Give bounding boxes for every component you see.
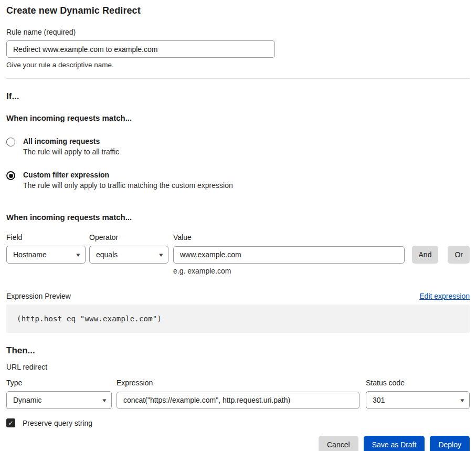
value-input[interactable]: [173, 246, 405, 264]
checkmark-icon: ✓: [8, 419, 13, 427]
expression-preview-code: (http.host eq "www.example.com"): [6, 305, 470, 333]
if-heading: If...: [6, 91, 470, 102]
value-help: e.g. example.com: [173, 267, 470, 275]
preserve-query-row[interactable]: ✓ Preserve query string: [6, 418, 470, 427]
redirect-expression-input[interactable]: [117, 392, 359, 409]
status-code-value: 301: [373, 396, 385, 404]
type-select[interactable]: Dynamic ▾: [6, 391, 112, 409]
save-draft-button[interactable]: Save as Draft: [364, 436, 425, 451]
then-heading: Then...: [6, 345, 470, 356]
expression-label: Expression: [117, 379, 366, 387]
and-button[interactable]: And: [412, 246, 439, 264]
field-select-value: Hostname: [13, 250, 47, 259]
operator-select-value: equals: [96, 250, 118, 259]
section-divider: [6, 78, 470, 79]
operator-label: Operator: [89, 233, 173, 242]
page-title: Create new Dynamic Redirect: [6, 5, 470, 16]
status-code-select[interactable]: 301 ▾: [366, 391, 470, 409]
radio-option-all-incoming[interactable]: All incoming requests The rule will appl…: [6, 137, 470, 156]
expression-preview-label: Expression Preview: [6, 292, 71, 300]
create-dynamic-redirect-page: Create new Dynamic Redirect Rule name (r…: [0, 0, 476, 451]
or-button[interactable]: Or: [448, 246, 470, 264]
radio-label-custom-filter: Custom filter expression: [23, 171, 233, 179]
rule-name-help: Give your rule a descriptive name.: [6, 61, 470, 69]
operator-select[interactable]: equals ▾: [89, 246, 168, 264]
type-select-value: Dynamic: [13, 396, 41, 404]
preserve-query-checkbox[interactable]: ✓: [6, 418, 15, 427]
chevron-down-icon: ▾: [103, 397, 107, 403]
filter-match-heading: When incoming requests match...: [6, 213, 470, 222]
match-heading: When incoming requests match...: [6, 113, 470, 122]
url-redirect-label: URL redirect: [6, 363, 470, 371]
preserve-query-label: Preserve query string: [23, 419, 92, 427]
chevron-down-icon: ▾: [77, 252, 80, 258]
radio-desc-custom-filter: The rule will only apply to traffic matc…: [23, 181, 233, 190]
type-label: Type: [6, 379, 117, 387]
rule-name-label: Rule name (required): [6, 28, 470, 36]
cancel-button[interactable]: Cancel: [319, 436, 358, 451]
chevron-down-icon: ▾: [461, 397, 464, 403]
rule-name-input[interactable]: [6, 40, 275, 58]
edit-expression-link[interactable]: Edit expression: [419, 292, 470, 300]
chevron-down-icon: ▾: [160, 252, 163, 258]
radio-desc-all-incoming: The rule will apply to all traffic: [23, 148, 119, 156]
deploy-button[interactable]: Deploy: [430, 436, 470, 451]
radio-button-custom-filter[interactable]: [6, 171, 15, 180]
radio-button-all-incoming[interactable]: [6, 138, 15, 146]
status-code-label: Status code: [366, 379, 470, 387]
field-select[interactable]: Hostname ▾: [6, 246, 86, 264]
expression-code-text: (http.host eq "www.example.com"): [17, 314, 162, 323]
field-label: Field: [6, 233, 89, 242]
value-label: Value: [173, 233, 192, 242]
radio-label-all-incoming: All incoming requests: [23, 137, 119, 145]
radio-option-custom-filter[interactable]: Custom filter expression The rule will o…: [6, 171, 470, 190]
